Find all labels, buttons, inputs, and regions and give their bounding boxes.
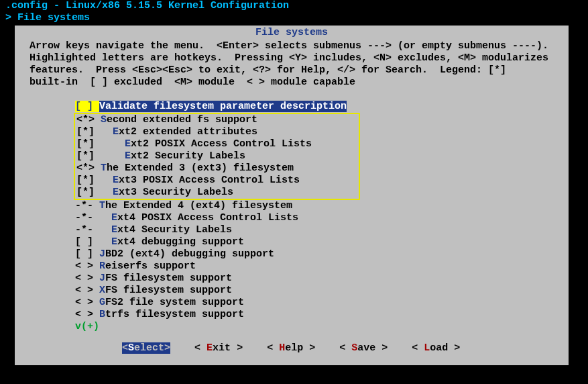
menu-item-label: alidate filesystem parameter description — [105, 101, 347, 112]
exit-button[interactable]: < Exit > — [194, 342, 243, 354]
menu-item[interactable]: [ ] JBD2 (ext4) debugging support — [30, 248, 554, 260]
menu-item[interactable]: [*] Ext2 extended attributes — [75, 126, 359, 138]
menu-item[interactable]: -*- Ext4 POSIX Access Control Lists — [30, 212, 554, 224]
config-header-line2: > File systems — [0, 12, 588, 24]
menu-item[interactable]: < > Btrfs filesystem support — [30, 309, 554, 321]
scroll-indicator: v(+) — [30, 321, 554, 333]
menuconfig-dialog: File systems Arrow keys navigate the men… — [13, 24, 570, 367]
menu-item[interactable]: [*] Ext2 POSIX Access Control Lists — [75, 138, 359, 150]
load-button[interactable]: < Load > — [412, 342, 460, 354]
menu-item[interactable]: [ ] Ext4 debugging support — [30, 236, 554, 248]
config-header-line1: .config - Linux/x86 5.15.5 Kernel Config… — [0, 0, 588, 12]
menu-item-prefix: [ ] — [75, 101, 99, 112]
menu-item[interactable]: < > XFS filesystem support — [30, 285, 554, 297]
menu-item[interactable]: [*] Ext2 Security Labels — [75, 150, 359, 162]
save-button[interactable]: < Save > — [339, 342, 388, 354]
select-button[interactable]: <Select> — [122, 342, 170, 354]
menu-item[interactable]: [*] Ext3 Security Labels — [75, 187, 359, 199]
menu-list[interactable]: [ ] Validate filesystem parameter descri… — [30, 101, 554, 333]
menu-item[interactable]: < > Reiserfs support — [30, 260, 554, 273]
menu-item[interactable]: [*] Ext3 POSIX Access Control Lists — [75, 175, 359, 187]
menu-item[interactable]: -*- The Extended 4 (ext4) filesystem — [30, 200, 554, 212]
menu-item[interactable]: -*- Ext4 Security Labels — [30, 224, 554, 236]
menu-item[interactable]: < > JFS filesystem support — [30, 273, 554, 285]
dialog-instructions: Arrow keys navigate the menu. <Enter> se… — [15, 39, 569, 90]
help-button[interactable]: < Help > — [267, 342, 315, 354]
menu-item[interactable]: <*> The Extended 3 (ext3) filesystem — [75, 162, 359, 175]
menu-item-hotkey: V — [99, 101, 105, 112]
menu-item[interactable]: <*> Second extended fs support — [75, 114, 359, 126]
dialog-title: File systems — [15, 26, 569, 39]
highlight-box: <*> Second extended fs support [*] Ext2 … — [74, 113, 360, 200]
menu-item[interactable]: < > GFS2 file system support — [30, 297, 554, 309]
menu-item-selected[interactable]: [ ] Validate filesystem parameter descri… — [75, 101, 347, 113]
button-bar: <Select> < Exit > < Help > < Save > < Lo… — [15, 342, 569, 354]
